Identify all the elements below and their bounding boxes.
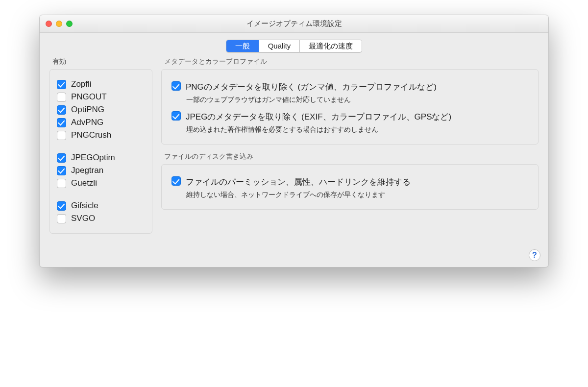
tab-general[interactable]: 一般: [226, 40, 259, 52]
tab-bar: 一般 Quality 最適化の速度: [40, 33, 548, 52]
tool-checkbox-pngcrush[interactable]: [57, 131, 66, 140]
content-area: 有効 ZopfliPNGOUTOptiPNGAdvPNGPNGCrushJPEG…: [40, 52, 548, 242]
tabs-segmented: 一般 Quality 最適化の速度: [226, 40, 363, 52]
help-icon: ?: [532, 251, 537, 260]
help-button[interactable]: ?: [529, 249, 540, 261]
strip-png-metadata-label: PNGのメタデータを取り除く (ガンマ値、カラープロファイルなど): [186, 81, 437, 93]
tool-row-pngcrush: PNGCrush: [57, 130, 145, 140]
disk-heading: ファイルのディスク書き込み: [164, 152, 539, 161]
tool-checkbox-gifsicle[interactable]: [57, 201, 66, 211]
right-column: メタデータとカラープロファイル PNGのメタデータを取り除く (ガンマ値、カラー…: [161, 57, 539, 234]
tool-row-jpegtran: Jpegtran: [57, 166, 145, 175]
enabled-list: ZopfliPNGOUTOptiPNGAdvPNGPNGCrushJPEGOpt…: [49, 69, 152, 234]
tool-row-pngout: PNGOUT: [57, 92, 145, 102]
metadata-heading: メタデータとカラープロファイル: [164, 57, 539, 66]
tool-label-advpng: AdvPNG: [71, 118, 103, 127]
tool-row-optipng: OptiPNG: [57, 105, 145, 115]
titlebar: イメージオプティム環境設定: [40, 15, 548, 33]
tool-checkbox-optipng[interactable]: [57, 105, 66, 115]
strip-jpeg-metadata-label: JPEGのメタデータを取り除く (EXIF、カラープロファイル、GPSなど): [186, 111, 451, 122]
tool-label-pngout: PNGOUT: [71, 92, 107, 102]
tool-row-advpng: AdvPNG: [57, 118, 145, 127]
tool-row-guetzli: Guetzli: [57, 178, 145, 188]
tool-checkbox-svgo[interactable]: [57, 214, 66, 223]
tool-label-svgo: SVGO: [71, 214, 95, 223]
preserve-permissions-label: ファイルのパーミッション、属性、ハードリンクを維持する: [186, 176, 411, 188]
tool-row-gifsicle: Gifsicle: [57, 201, 145, 211]
strip-png-metadata-row: PNGのメタデータを取り除く (ガンマ値、カラープロファイルなど): [172, 81, 528, 93]
strip-jpeg-metadata-checkbox[interactable]: [172, 111, 181, 121]
tab-quality[interactable]: Quality: [259, 40, 300, 52]
preserve-permissions-checkbox[interactable]: [172, 176, 181, 186]
tool-label-guetzli: Guetzli: [71, 178, 97, 188]
strip-png-metadata-desc: 一部のウェブブラウザはガンマ値に対応していません: [186, 96, 528, 104]
disk-box: ファイルのパーミッション、属性、ハードリンクを維持する 維持しない場合、ネットワ…: [161, 164, 539, 210]
preserve-permissions-row: ファイルのパーミッション、属性、ハードリンクを維持する: [172, 176, 528, 188]
tool-checkbox-zopfli[interactable]: [57, 80, 66, 89]
tool-row-zopfli: Zopfli: [57, 79, 145, 89]
tool-label-gifsicle: Gifsicle: [71, 201, 98, 211]
tool-label-jpegtran: Jpegtran: [71, 166, 103, 175]
tab-speed[interactable]: 最適化の速度: [300, 40, 362, 52]
tool-row-jpegoptim: JPEGOptim: [57, 153, 145, 163]
preferences-window: イメージオプティム環境設定 一般 Quality 最適化の速度 有効 Zopfl…: [39, 15, 549, 267]
enabled-section: 有効 ZopfliPNGOUTOptiPNGAdvPNGPNGCrushJPEG…: [49, 57, 152, 234]
strip-png-metadata-checkbox[interactable]: [172, 81, 181, 91]
tool-checkbox-pngout[interactable]: [57, 93, 66, 102]
enabled-heading: 有効: [52, 57, 152, 66]
footer: ?: [40, 242, 548, 267]
tool-label-optipng: OptiPNG: [71, 105, 104, 115]
tool-row-svgo: SVGO: [57, 214, 145, 223]
metadata-box: PNGのメタデータを取り除く (ガンマ値、カラープロファイルなど) 一部のウェブ…: [161, 69, 539, 145]
strip-jpeg-metadata-row: JPEGのメタデータを取り除く (EXIF、カラープロファイル、GPSなど): [172, 111, 528, 122]
disk-section: ファイルのディスク書き込み ファイルのパーミッション、属性、ハードリンクを維持す…: [161, 152, 539, 210]
tool-label-jpegoptim: JPEGOptim: [71, 153, 115, 163]
tool-checkbox-guetzli[interactable]: [57, 179, 66, 188]
window-title: イメージオプティム環境設定: [40, 19, 548, 28]
tool-label-zopfli: Zopfli: [71, 79, 92, 89]
preserve-permissions-desc: 維持しない場合、ネットワークドライブへの保存が早くなります: [186, 191, 528, 199]
tool-label-pngcrush: PNGCrush: [71, 130, 111, 140]
tool-checkbox-advpng[interactable]: [57, 118, 66, 127]
metadata-section: メタデータとカラープロファイル PNGのメタデータを取り除く (ガンマ値、カラー…: [161, 57, 539, 145]
tool-checkbox-jpegoptim[interactable]: [57, 153, 66, 163]
tool-checkbox-jpegtran[interactable]: [57, 166, 66, 175]
strip-jpeg-metadata-desc: 埋め込まれた著作権情報を必要とする場合はおすすめしません: [186, 125, 528, 134]
